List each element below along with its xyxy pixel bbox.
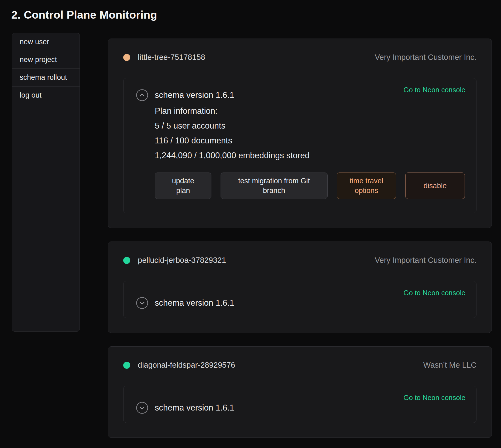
project-list: little-tree-75178158 Very Important Cust… xyxy=(108,39,492,438)
sidebar-item-schema-rollout[interactable]: schema rollout xyxy=(12,69,80,87)
update-plan-button[interactable]: update plan xyxy=(155,173,211,199)
plan-user-accounts: 5 / 5 user accounts xyxy=(155,118,465,133)
neon-console-link[interactable]: Go to Neon console xyxy=(403,86,465,94)
sidebar-item-new-user[interactable]: new user xyxy=(12,33,80,51)
page-title: 2. Control Plane Monitoring xyxy=(11,9,157,21)
project-card: little-tree-75178158 Very Important Cust… xyxy=(108,39,492,228)
status-dot xyxy=(123,362,130,369)
plan-documents: 116 / 100 documents xyxy=(155,133,465,148)
project-name: pellucid-jerboa-37829321 xyxy=(138,256,226,265)
plan-information: Plan information: 5 / 5 user accounts 11… xyxy=(155,104,465,163)
sidebar-item-log-out[interactable]: log out xyxy=(12,87,80,104)
collapse-toggle-button[interactable] xyxy=(136,89,148,101)
status-dot xyxy=(123,257,130,264)
plan-embeddings: 1,244,090 / 1,000,000 embeddings stored xyxy=(155,148,465,163)
neon-console-link[interactable]: Go to Neon console xyxy=(403,289,465,297)
customer-name: Very Important Customer Inc. xyxy=(375,256,476,265)
project-detail-panel: Go to Neon console schema version 1.6.1 … xyxy=(123,78,476,213)
plan-actions: update plan test migration from Git bran… xyxy=(155,173,465,199)
schema-version-label: schema version 1.6.1 xyxy=(155,403,234,413)
chevron-up-icon xyxy=(136,89,148,101)
chevron-down-icon xyxy=(136,402,148,414)
schema-row: schema version 1.6.1 xyxy=(136,297,465,309)
expand-toggle-button[interactable] xyxy=(136,402,148,414)
time-travel-options-button[interactable]: time travel options xyxy=(337,173,396,199)
chevron-down-icon xyxy=(136,297,148,309)
project-detail-panel: Go to Neon console schema version 1.6.1 xyxy=(123,281,476,318)
schema-version-label: schema version 1.6.1 xyxy=(155,90,234,100)
status-dot xyxy=(123,54,130,61)
project-card-header: diagonal-feldspar-28929576 Wasn’t Me LLC xyxy=(123,361,476,370)
project-detail-panel: Go to Neon console schema version 1.6.1 xyxy=(123,386,476,423)
project-card: diagonal-feldspar-28929576 Wasn’t Me LLC… xyxy=(108,346,492,438)
sidebar-item-new-project[interactable]: new project xyxy=(12,51,80,69)
project-card: pellucid-jerboa-37829321 Very Important … xyxy=(108,242,492,333)
test-migration-button[interactable]: test migration from Git branch xyxy=(221,173,328,199)
customer-name: Very Important Customer Inc. xyxy=(375,53,476,62)
schema-version-label: schema version 1.6.1 xyxy=(155,298,234,308)
sidebar: new user new project schema rollout log … xyxy=(12,33,80,332)
project-name: diagonal-feldspar-28929576 xyxy=(138,361,235,370)
project-name: little-tree-75178158 xyxy=(138,53,205,62)
project-card-header: little-tree-75178158 Very Important Cust… xyxy=(123,53,476,62)
plan-heading: Plan information: xyxy=(155,104,465,118)
project-card-header: pellucid-jerboa-37829321 Very Important … xyxy=(123,256,476,265)
customer-name: Wasn’t Me LLC xyxy=(423,361,476,370)
expand-toggle-button[interactable] xyxy=(136,297,148,309)
schema-row: schema version 1.6.1 xyxy=(136,402,465,414)
disable-button[interactable]: disable xyxy=(405,173,465,199)
neon-console-link[interactable]: Go to Neon console xyxy=(403,394,465,402)
